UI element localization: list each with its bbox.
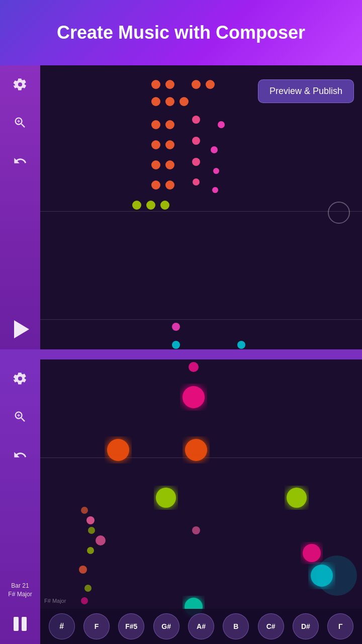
top-section: Preview & Publish	[0, 65, 362, 349]
svg-point-36	[156, 488, 176, 508]
svg-point-22	[212, 187, 218, 193]
key-button-f[interactable]: F	[83, 613, 110, 639]
svg-point-28	[237, 341, 245, 349]
bottom-undo-icon[interactable]	[11, 446, 29, 464]
svg-point-25	[160, 201, 169, 210]
svg-point-21	[193, 178, 200, 186]
play-triangle-icon	[14, 320, 29, 338]
svg-point-46	[317, 556, 357, 596]
app-title: Create Music with Composer	[57, 22, 305, 43]
dots-visualization-top	[40, 65, 362, 349]
svg-point-14	[211, 146, 218, 153]
settings-icon[interactable]	[11, 75, 29, 94]
svg-point-27	[172, 341, 180, 349]
bottom-canvas: F# Major	[40, 359, 362, 644]
svg-point-50	[81, 597, 88, 604]
bottom-sidebar: Bar 21 F# Major	[0, 359, 40, 644]
svg-point-42	[79, 566, 87, 574]
svg-point-38	[86, 516, 95, 524]
bottom-add-zoom-icon[interactable]	[11, 408, 29, 426]
svg-point-11	[151, 140, 160, 149]
svg-point-5	[165, 97, 174, 106]
svg-point-4	[151, 97, 160, 106]
svg-point-35	[185, 439, 207, 461]
pause-bar-1	[14, 617, 19, 631]
svg-point-1	[165, 80, 174, 89]
svg-point-41	[303, 544, 321, 562]
dots-visualization-bottom	[40, 359, 362, 644]
pause-button[interactable]	[0, 604, 40, 644]
svg-point-26	[172, 323, 180, 331]
svg-point-10	[218, 121, 225, 128]
svg-point-48	[81, 507, 88, 514]
svg-point-6	[179, 97, 189, 106]
svg-point-32	[189, 362, 199, 372]
svg-point-15	[151, 160, 160, 169]
key-button-gsharp[interactable]: G#	[153, 613, 179, 639]
key-button-sharp[interactable]: #	[49, 613, 75, 639]
svg-point-44	[84, 585, 92, 592]
bottom-section: Bar 21 F# Major F# Major	[0, 359, 362, 644]
key-button-asharp[interactable]: A#	[188, 613, 214, 639]
svg-point-3	[206, 80, 215, 89]
svg-point-34	[107, 439, 129, 461]
svg-point-9	[192, 116, 200, 124]
top-sidebar	[0, 65, 40, 349]
svg-point-20	[165, 180, 174, 190]
bottom-settings-icon[interactable]	[11, 370, 29, 388]
keys-bar: #FF#5G#A#BC#D#Γ	[40, 609, 362, 644]
key-button-fsharp5[interactable]: F#5	[118, 613, 144, 639]
svg-point-19	[151, 180, 160, 190]
svg-point-23	[132, 201, 141, 210]
key-button-dsharp[interactable]: D#	[293, 613, 319, 639]
svg-point-2	[192, 80, 201, 89]
svg-point-17	[192, 158, 200, 166]
header: Create Music with Composer	[0, 0, 362, 65]
play-button[interactable]	[0, 309, 40, 349]
add-zoom-icon[interactable]	[11, 114, 29, 132]
bar-info: Bar 21 F# Major	[0, 582, 40, 599]
svg-point-24	[146, 201, 155, 210]
svg-point-37	[287, 488, 307, 508]
svg-point-13	[192, 137, 200, 145]
svg-point-40	[192, 526, 200, 534]
svg-point-39	[96, 535, 106, 545]
svg-point-49	[88, 527, 95, 534]
section-gap	[0, 349, 362, 359]
preview-publish-button[interactable]: Preview & Publish	[258, 79, 354, 103]
top-canvas: Preview & Publish	[40, 65, 362, 349]
pause-bar-2	[22, 617, 27, 631]
svg-point-7	[151, 120, 160, 129]
svg-point-33	[183, 386, 205, 408]
svg-point-43	[87, 547, 94, 554]
bar-number: Bar 21	[0, 582, 40, 590]
svg-point-8	[165, 120, 174, 129]
undo-icon[interactable]	[11, 152, 29, 170]
svg-point-18	[213, 168, 219, 174]
key-button-γ[interactable]: Γ	[327, 613, 353, 639]
key-button-b[interactable]: B	[223, 613, 249, 639]
key-button-csharp[interactable]: C#	[258, 613, 284, 639]
svg-point-12	[165, 140, 174, 149]
svg-point-16	[165, 160, 174, 169]
svg-point-0	[151, 80, 160, 89]
bar-scale: F# Major	[0, 590, 40, 599]
